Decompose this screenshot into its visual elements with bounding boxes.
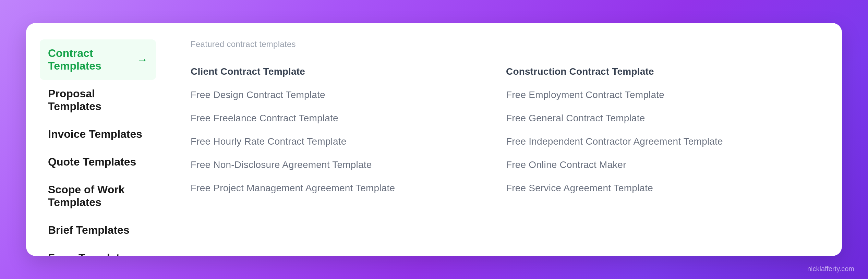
list-item[interactable]: Free Freelance Contract Template bbox=[191, 107, 506, 130]
list-item[interactable]: Construction Contract Template bbox=[506, 60, 821, 83]
link-service-agreement[interactable]: Free Service Agreement Template bbox=[506, 183, 653, 193]
sidebar-item-label: Proposal Templates bbox=[48, 87, 148, 113]
sidebar: Contract Templates → Proposal Templates … bbox=[26, 23, 170, 256]
sidebar-item-form-templates[interactable]: Form Templates bbox=[40, 244, 156, 256]
link-project-management[interactable]: Free Project Management Agreement Templa… bbox=[191, 183, 395, 193]
sidebar-item-contract-templates[interactable]: Contract Templates → bbox=[40, 39, 156, 80]
watermark: nicklafferty.com bbox=[807, 265, 854, 273]
right-link-column: Construction Contract Template Free Empl… bbox=[506, 60, 821, 240]
sidebar-item-scope-of-work-templates[interactable]: Scope of Work Templates bbox=[40, 176, 156, 216]
sidebar-item-label: Quote Templates bbox=[48, 156, 136, 168]
sidebar-item-quote-templates[interactable]: Quote Templates bbox=[40, 148, 156, 176]
sidebar-item-proposal-templates[interactable]: Proposal Templates bbox=[40, 80, 156, 120]
featured-label: Featured contract templates bbox=[191, 39, 821, 49]
list-item[interactable]: Free Non-Disclosure Agreement Template bbox=[191, 153, 506, 177]
sidebar-item-label: Invoice Templates bbox=[48, 128, 142, 141]
link-employment-contract[interactable]: Free Employment Contract Template bbox=[506, 89, 664, 100]
list-item[interactable]: Client Contract Template bbox=[191, 60, 506, 83]
link-general-contract[interactable]: Free General Contract Template bbox=[506, 113, 645, 123]
link-construction-contract[interactable]: Construction Contract Template bbox=[506, 66, 654, 77]
list-item[interactable]: Free General Contract Template bbox=[506, 107, 821, 130]
list-item[interactable]: Free Design Contract Template bbox=[191, 83, 506, 107]
links-grid: Client Contract Template Free Design Con… bbox=[191, 60, 821, 240]
main-card: Contract Templates → Proposal Templates … bbox=[26, 23, 842, 256]
list-item[interactable]: Free Online Contract Maker bbox=[506, 153, 821, 177]
sidebar-item-label: Scope of Work Templates bbox=[48, 183, 148, 209]
arrow-right-icon: → bbox=[137, 53, 148, 66]
sidebar-item-invoice-templates[interactable]: Invoice Templates bbox=[40, 120, 156, 148]
link-client-contract[interactable]: Client Contract Template bbox=[191, 66, 305, 77]
sidebar-item-label: Contract Templates bbox=[48, 47, 137, 72]
sidebar-item-brief-templates[interactable]: Brief Templates bbox=[40, 216, 156, 244]
link-online-contract-maker[interactable]: Free Online Contract Maker bbox=[506, 159, 626, 170]
list-item[interactable]: Free Project Management Agreement Templa… bbox=[191, 177, 506, 200]
left-link-column: Client Contract Template Free Design Con… bbox=[191, 60, 506, 240]
link-independent-contractor[interactable]: Free Independent Contractor Agreement Te… bbox=[506, 136, 723, 147]
list-item[interactable]: Free Service Agreement Template bbox=[506, 177, 821, 200]
link-freelance-contract[interactable]: Free Freelance Contract Template bbox=[191, 113, 338, 123]
list-item[interactable]: Free Employment Contract Template bbox=[506, 83, 821, 107]
list-item[interactable]: Free Hourly Rate Contract Template bbox=[191, 130, 506, 153]
sidebar-item-label: Form Templates bbox=[48, 252, 132, 256]
link-hourly-rate-contract[interactable]: Free Hourly Rate Contract Template bbox=[191, 136, 346, 147]
link-design-contract[interactable]: Free Design Contract Template bbox=[191, 89, 325, 100]
link-nda[interactable]: Free Non-Disclosure Agreement Template bbox=[191, 159, 372, 170]
list-item[interactable]: Free Independent Contractor Agreement Te… bbox=[506, 130, 821, 153]
main-content: Featured contract templates Client Contr… bbox=[170, 23, 842, 256]
sidebar-item-label: Brief Templates bbox=[48, 224, 130, 236]
